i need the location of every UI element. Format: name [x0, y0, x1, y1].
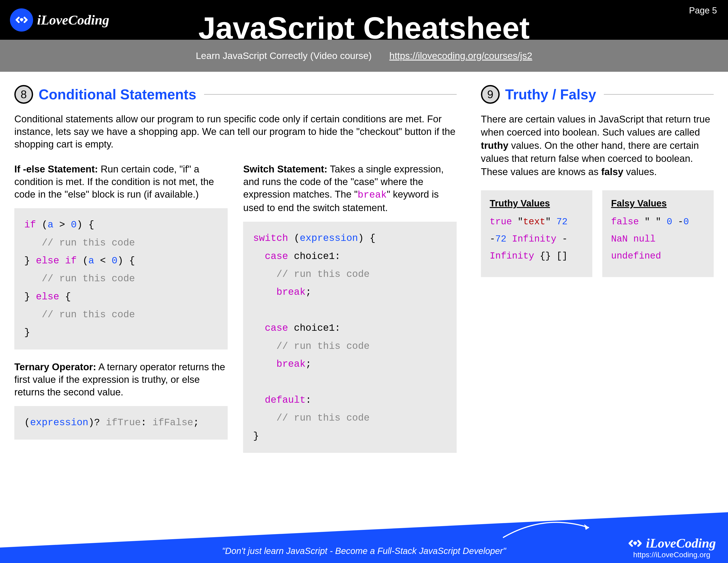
ifelse-label-bold: If -else Statement:: [14, 164, 98, 174]
section-truthy-falsy: 9 Truthy / Falsy There are certain value…: [481, 85, 714, 563]
content-area: 8 Conditional Statements Conditional sta…: [0, 72, 728, 563]
truthy-title: Truthy Values: [490, 198, 584, 209]
section-header: 9 Truthy / Falsy: [481, 85, 714, 104]
section-rule: [604, 94, 714, 95]
ifelse-code: if (a > 0) { // run this code } else if …: [14, 208, 228, 350]
page-title: JavaScript Cheatsheet: [198, 10, 530, 40]
section-title: Truthy / Falsy: [505, 86, 596, 103]
section-header: 8 Conditional Statements: [14, 85, 457, 104]
ternary-code: (expression)? ifTrue: ifFalse;: [14, 406, 228, 439]
page-number: Page 5: [689, 6, 717, 15]
arrow-icon: [501, 517, 596, 541]
truthy-list: true "text" 72 -72 Infinity -Infinity {}…: [490, 213, 584, 265]
section-rule: [204, 94, 457, 95]
subheader-text: Learn JavaScript Correctly (Video course…: [196, 50, 372, 61]
footer-brand-name: iLoveCoding: [646, 536, 716, 551]
section-number-badge: 8: [14, 85, 33, 104]
section-title: Conditional Statements: [39, 86, 196, 103]
header-bar: iLoveCoding JavaScript Cheatsheet Page 5: [0, 0, 728, 40]
footer-url: https://iLoveCoding.org: [628, 550, 716, 559]
ternary-label-bold: Ternary Operator:: [14, 362, 96, 372]
footer: "Don't just learn JavaScript - Become a …: [0, 512, 728, 563]
brand-logo: iLoveCoding: [10, 8, 109, 32]
switch-label: Switch Statement: Takes a single express…: [243, 163, 456, 214]
switch-label-bold: Switch Statement:: [243, 164, 327, 174]
truthy-box: Truthy Values true "text" 72 -72 Infinit…: [481, 190, 592, 277]
falsy-title: Falsy Values: [611, 198, 705, 209]
logo-icon: [628, 536, 643, 551]
falsy-list: false " " 0 -0 NaN null undefined: [611, 213, 705, 265]
section-intro: There are certain values in JavaScript t…: [481, 113, 714, 178]
footer-quote: "Don't just learn JavaScript - Become a …: [222, 546, 506, 556]
switch-label-code: break: [358, 189, 387, 200]
footer-brand: iLoveCoding https://iLoveCoding.org: [628, 536, 716, 559]
falsy-box: Falsy Values false " " 0 -0 NaN null und…: [602, 190, 714, 277]
switch-code: switch (expression) { case choice1: // r…: [243, 222, 456, 453]
section-intro: Conditional statements allow our program…: [14, 113, 457, 150]
section-conditional-statements: 8 Conditional Statements Conditional sta…: [14, 85, 457, 563]
subheader-bar: Learn JavaScript Correctly (Video course…: [0, 40, 728, 72]
brand-name: iLoveCoding: [37, 12, 109, 28]
ifelse-label: If -else Statement: Run certain code, "i…: [14, 163, 228, 201]
course-link[interactable]: https://ilovecoding.org/courses/js2: [389, 50, 532, 61]
section-number-badge: 9: [481, 85, 500, 104]
logo-icon: [10, 8, 33, 32]
ternary-label: Ternary Operator: A ternary operator ret…: [14, 361, 228, 399]
